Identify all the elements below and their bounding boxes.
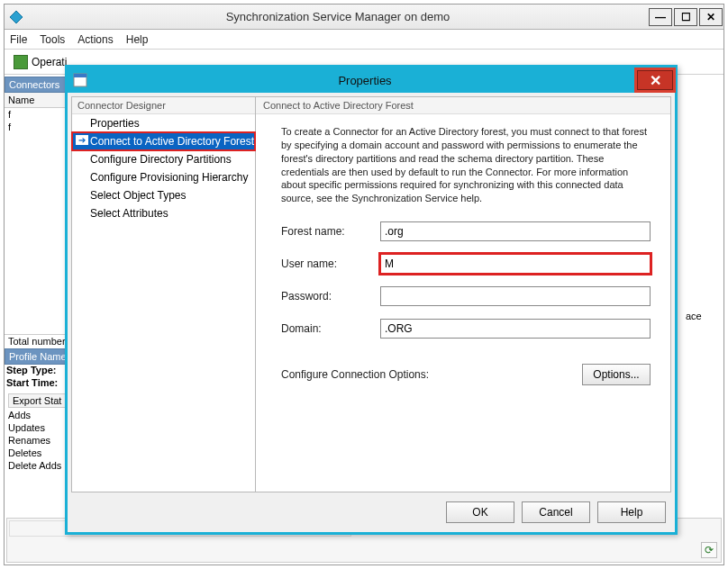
svg-rect-2 <box>74 74 86 77</box>
tab-operations-label: Operati <box>32 56 67 68</box>
nav-configure-hierarchy[interactable]: Configure Provisioning Hierarchy <box>72 168 255 186</box>
intro-text: To create a Connector for an Active Dire… <box>281 125 651 205</box>
refresh-icon[interactable]: ⟳ <box>701 542 717 558</box>
maximize-button[interactable]: ☐ <box>674 8 697 26</box>
connector-designer-nav: Connector Designer Properties Connect to… <box>71 96 256 492</box>
password-input[interactable] <box>380 286 651 306</box>
domain-input[interactable] <box>380 319 651 339</box>
cancel-button[interactable]: Cancel <box>522 501 590 523</box>
dialog-titlebar[interactable]: Properties ✕ <box>68 68 675 93</box>
dialog-close-button[interactable]: ✕ <box>637 70 673 90</box>
nav-select-attributes[interactable]: Select Attributes <box>72 204 255 222</box>
user-name-input[interactable] <box>380 254 651 274</box>
tab-operations[interactable]: Operati <box>8 53 72 71</box>
svg-marker-0 <box>10 11 23 23</box>
dialog-content: Connect to Active Directory Forest To cr… <box>256 96 671 492</box>
nav-connect-ad-forest[interactable]: Connect to Active Directory Forest <box>72 132 255 150</box>
truncated-text: ace <box>686 311 702 321</box>
dialog-icon <box>68 73 93 87</box>
minimize-button[interactable]: — <box>649 8 672 26</box>
menu-help[interactable]: Help <box>126 33 149 46</box>
user-name-label: User name: <box>281 257 380 270</box>
window-title: Synchronization Service Manager on demo <box>28 10 648 23</box>
close-button[interactable]: ✕ <box>699 8 723 26</box>
nav-configure-partitions[interactable]: Configure Directory Partitions <box>72 150 255 168</box>
properties-dialog: Properties ✕ Connector Designer Properti… <box>65 65 678 535</box>
ok-button[interactable]: OK <box>446 501 514 523</box>
nav-select-object-types[interactable]: Select Object Types <box>72 186 255 204</box>
menu-actions[interactable]: Actions <box>77 33 113 46</box>
configure-options-label: Configure Connection Options: <box>281 368 429 381</box>
operations-icon <box>14 55 28 69</box>
main-titlebar[interactable]: Synchronization Service Manager on demo … <box>5 5 723 30</box>
forest-name-label: Forest name: <box>281 225 380 238</box>
designer-header: Connector Designer <box>72 97 255 114</box>
password-label: Password: <box>281 290 380 303</box>
options-button[interactable]: Options... <box>582 364 651 385</box>
nav-properties[interactable]: Properties <box>72 114 255 132</box>
content-header: Connect to Active Directory Forest <box>256 97 670 114</box>
menubar: File Tools Actions Help <box>5 30 723 50</box>
dialog-title: Properties <box>93 74 637 87</box>
menu-tools[interactable]: Tools <box>40 33 65 46</box>
export-stats-header[interactable]: Export Stat <box>8 393 71 408</box>
app-icon <box>5 10 28 24</box>
menu-file[interactable]: File <box>10 33 27 46</box>
help-button[interactable]: Help <box>597 501 666 523</box>
forest-name-input[interactable] <box>380 221 651 241</box>
domain-label: Domain: <box>281 322 380 335</box>
